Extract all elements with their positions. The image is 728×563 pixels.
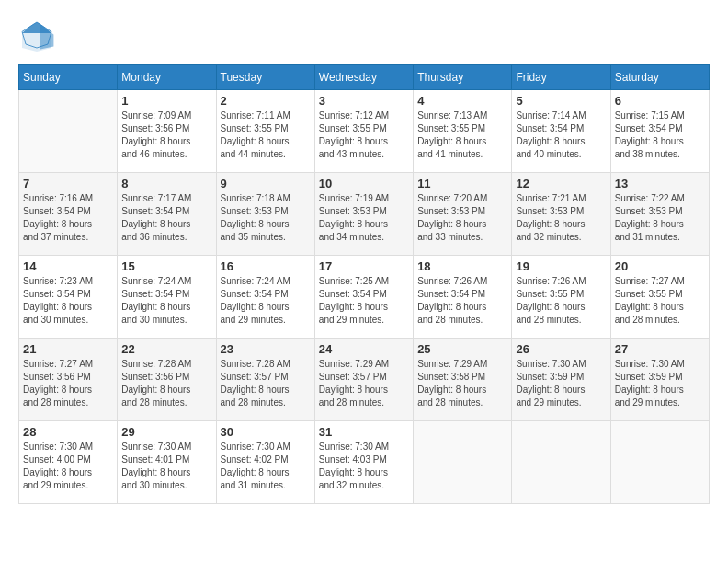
calendar-cell: 21Sunrise: 7:27 AM Sunset: 3:56 PM Dayli… (19, 339, 118, 421)
calendar-cell: 8Sunrise: 7:17 AM Sunset: 3:54 PM Daylig… (118, 173, 216, 256)
day-info: Sunrise: 7:24 AM Sunset: 3:54 PM Dayligh… (221, 275, 311, 327)
calendar-cell: 25Sunrise: 7:29 AM Sunset: 3:58 PM Dayli… (414, 339, 512, 421)
day-info: Sunrise: 7:30 AM Sunset: 4:03 PM Dayligh… (319, 441, 409, 492)
day-number: 15 (121, 259, 211, 273)
day-info: Sunrise: 7:12 AM Sunset: 3:55 PM Dayligh… (319, 109, 409, 161)
day-info: Sunrise: 7:27 AM Sunset: 3:56 PM Dayligh… (23, 358, 113, 409)
day-info: Sunrise: 7:13 AM Sunset: 3:55 PM Dayligh… (417, 109, 507, 161)
day-info: Sunrise: 7:20 AM Sunset: 3:53 PM Dayligh… (417, 192, 507, 244)
weekday-header-row: SundayMondayTuesdayWednesdayThursdayFrid… (19, 65, 710, 90)
calendar-cell: 26Sunrise: 7:30 AM Sunset: 3:59 PM Dayli… (512, 339, 610, 421)
day-number: 24 (319, 342, 409, 356)
calendar-cell: 16Sunrise: 7:24 AM Sunset: 3:54 PM Dayli… (216, 256, 314, 339)
calendar-week-row: 21Sunrise: 7:27 AM Sunset: 3:56 PM Dayli… (19, 339, 710, 421)
day-info: Sunrise: 7:18 AM Sunset: 3:53 PM Dayligh… (221, 192, 311, 244)
day-number: 14 (23, 259, 113, 273)
day-info: Sunrise: 7:27 AM Sunset: 3:55 PM Dayligh… (615, 275, 705, 327)
day-number: 26 (516, 342, 606, 356)
day-number: 25 (417, 342, 507, 356)
day-info: Sunrise: 7:17 AM Sunset: 3:54 PM Dayligh… (121, 192, 211, 244)
day-info: Sunrise: 7:16 AM Sunset: 3:54 PM Dayligh… (23, 192, 113, 244)
day-info: Sunrise: 7:28 AM Sunset: 3:57 PM Dayligh… (221, 358, 311, 409)
calendar-cell: 12Sunrise: 7:21 AM Sunset: 3:53 PM Dayli… (512, 173, 610, 256)
calendar-cell: 18Sunrise: 7:26 AM Sunset: 3:54 PM Dayli… (414, 256, 512, 339)
calendar-week-row: 14Sunrise: 7:23 AM Sunset: 3:54 PM Dayli… (19, 256, 710, 339)
calendar-cell (414, 421, 512, 504)
day-info: Sunrise: 7:30 AM Sunset: 4:01 PM Dayligh… (121, 441, 211, 492)
weekday-header-tuesday: Tuesday (216, 65, 314, 90)
calendar-cell: 20Sunrise: 7:27 AM Sunset: 3:55 PM Dayli… (610, 256, 709, 339)
weekday-header-thursday: Thursday (414, 65, 512, 90)
day-number: 18 (417, 259, 507, 273)
day-number: 7 (23, 177, 113, 190)
day-number: 22 (121, 342, 211, 356)
calendar-cell (512, 421, 610, 504)
day-number: 29 (121, 425, 211, 439)
calendar-cell: 29Sunrise: 7:30 AM Sunset: 4:01 PM Dayli… (118, 421, 216, 504)
calendar-cell: 4Sunrise: 7:13 AM Sunset: 3:55 PM Daylig… (414, 90, 512, 173)
calendar-cell: 13Sunrise: 7:22 AM Sunset: 3:53 PM Dayli… (610, 173, 709, 256)
day-info: Sunrise: 7:15 AM Sunset: 3:54 PM Dayligh… (615, 109, 705, 161)
logo (18, 18, 61, 55)
day-info: Sunrise: 7:30 AM Sunset: 4:02 PM Dayligh… (221, 441, 311, 492)
calendar-cell: 19Sunrise: 7:26 AM Sunset: 3:55 PM Dayli… (512, 256, 610, 339)
day-number: 19 (516, 259, 606, 273)
day-info: Sunrise: 7:30 AM Sunset: 3:59 PM Dayligh… (516, 358, 606, 409)
logo-icon (18, 18, 55, 55)
calendar-cell: 10Sunrise: 7:19 AM Sunset: 3:53 PM Dayli… (314, 173, 413, 256)
calendar-cell: 23Sunrise: 7:28 AM Sunset: 3:57 PM Dayli… (216, 339, 314, 421)
calendar-cell: 31Sunrise: 7:30 AM Sunset: 4:03 PM Dayli… (314, 421, 413, 504)
calendar-cell: 28Sunrise: 7:30 AM Sunset: 4:00 PM Dayli… (19, 421, 118, 504)
day-info: Sunrise: 7:19 AM Sunset: 3:53 PM Dayligh… (319, 192, 409, 244)
calendar-week-row: 1Sunrise: 7:09 AM Sunset: 3:56 PM Daylig… (19, 90, 710, 173)
day-number: 10 (319, 177, 409, 190)
calendar-cell: 11Sunrise: 7:20 AM Sunset: 3:53 PM Dayli… (414, 173, 512, 256)
day-number: 23 (221, 342, 311, 356)
day-number: 5 (516, 94, 606, 108)
day-info: Sunrise: 7:09 AM Sunset: 3:56 PM Dayligh… (121, 109, 211, 161)
calendar-cell: 7Sunrise: 7:16 AM Sunset: 3:54 PM Daylig… (19, 173, 118, 256)
day-info: Sunrise: 7:23 AM Sunset: 3:54 PM Dayligh… (23, 275, 113, 327)
calendar-week-row: 7Sunrise: 7:16 AM Sunset: 3:54 PM Daylig… (19, 173, 710, 256)
calendar-week-row: 28Sunrise: 7:30 AM Sunset: 4:00 PM Dayli… (19, 421, 710, 504)
calendar-cell: 15Sunrise: 7:24 AM Sunset: 3:54 PM Dayli… (118, 256, 216, 339)
day-number: 20 (615, 259, 705, 273)
calendar-cell: 17Sunrise: 7:25 AM Sunset: 3:54 PM Dayli… (314, 256, 413, 339)
day-info: Sunrise: 7:24 AM Sunset: 3:54 PM Dayligh… (121, 275, 211, 327)
weekday-header-wednesday: Wednesday (314, 65, 413, 90)
calendar-cell: 2Sunrise: 7:11 AM Sunset: 3:55 PM Daylig… (216, 90, 314, 173)
calendar-cell (19, 90, 118, 173)
day-info: Sunrise: 7:26 AM Sunset: 3:54 PM Dayligh… (417, 275, 507, 327)
day-number: 1 (121, 94, 211, 108)
day-number: 21 (23, 342, 113, 356)
day-number: 9 (221, 177, 311, 190)
day-info: Sunrise: 7:11 AM Sunset: 3:55 PM Dayligh… (221, 109, 311, 161)
weekday-header-monday: Monday (118, 65, 216, 90)
day-info: Sunrise: 7:21 AM Sunset: 3:53 PM Dayligh… (516, 192, 606, 244)
day-info: Sunrise: 7:26 AM Sunset: 3:55 PM Dayligh… (516, 275, 606, 327)
day-number: 6 (615, 94, 705, 108)
calendar-cell: 14Sunrise: 7:23 AM Sunset: 3:54 PM Dayli… (19, 256, 118, 339)
day-info: Sunrise: 7:25 AM Sunset: 3:54 PM Dayligh… (319, 275, 409, 327)
day-number: 17 (319, 259, 409, 273)
calendar-cell: 27Sunrise: 7:30 AM Sunset: 3:59 PM Dayli… (610, 339, 709, 421)
calendar-table: SundayMondayTuesdayWednesdayThursdayFrid… (18, 64, 710, 504)
calendar-cell: 1Sunrise: 7:09 AM Sunset: 3:56 PM Daylig… (118, 90, 216, 173)
day-number: 11 (417, 177, 507, 190)
day-info: Sunrise: 7:30 AM Sunset: 4:00 PM Dayligh… (23, 441, 113, 492)
day-info: Sunrise: 7:30 AM Sunset: 3:59 PM Dayligh… (615, 358, 705, 409)
day-info: Sunrise: 7:14 AM Sunset: 3:54 PM Dayligh… (516, 109, 606, 161)
day-info: Sunrise: 7:28 AM Sunset: 3:56 PM Dayligh… (121, 358, 211, 409)
day-number: 8 (121, 177, 211, 190)
day-number: 30 (221, 425, 311, 439)
calendar-cell: 6Sunrise: 7:15 AM Sunset: 3:54 PM Daylig… (610, 90, 709, 173)
day-number: 3 (319, 94, 409, 108)
calendar-cell: 3Sunrise: 7:12 AM Sunset: 3:55 PM Daylig… (314, 90, 413, 173)
calendar-cell: 9Sunrise: 7:18 AM Sunset: 3:53 PM Daylig… (216, 173, 314, 256)
day-number: 16 (221, 259, 311, 273)
day-info: Sunrise: 7:29 AM Sunset: 3:57 PM Dayligh… (319, 358, 409, 409)
day-number: 12 (516, 177, 606, 190)
day-number: 4 (417, 94, 507, 108)
weekday-header-sunday: Sunday (19, 65, 118, 90)
day-number: 2 (221, 94, 311, 108)
